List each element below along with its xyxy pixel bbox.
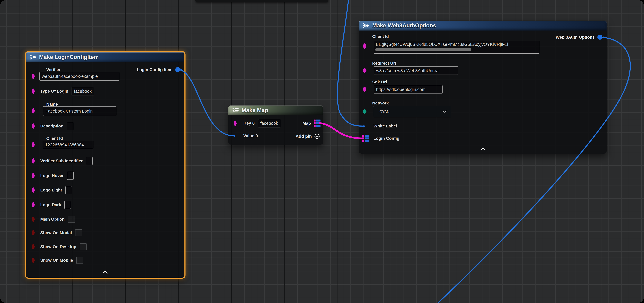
pin-label: Client Id xyxy=(372,34,389,39)
pin-label: Name xyxy=(46,102,58,107)
pin-row: Login Config xyxy=(374,136,400,141)
field-scrollbar[interactable] xyxy=(375,48,472,51)
pin-network[interactable] xyxy=(363,110,366,113)
pin-client-id[interactable] xyxy=(32,144,34,146)
pin-show-on-modal[interactable] xyxy=(32,232,34,234)
pin-row: Show On Desktop xyxy=(40,243,86,250)
pin-row: Description xyxy=(40,122,73,130)
make-struct-icon xyxy=(30,54,36,60)
client-id-field[interactable]: BEglQSgt4cUWcj6SKRdu5QkOXTsePmMcusG5EAoy… xyxy=(374,41,539,54)
pin-label: Redirect Url xyxy=(372,61,396,66)
pin-description[interactable] xyxy=(32,125,34,128)
make-map-icon xyxy=(232,108,239,113)
pin-label: Sdk Url xyxy=(372,80,387,84)
output-pin-row: Login Config Item xyxy=(137,67,180,72)
pin-main-option[interactable] xyxy=(32,218,34,221)
add-pin-button[interactable]: Add pin xyxy=(296,134,320,139)
pin-logo-dark[interactable] xyxy=(32,204,34,206)
pin-sdk-url[interactable] xyxy=(363,88,366,91)
show-on-modal-checkbox[interactable] xyxy=(75,229,82,236)
circle-plus-icon xyxy=(314,134,320,139)
pin-row: White Label xyxy=(374,124,397,128)
output-pin-label: Web 3Auth Options xyxy=(556,35,595,40)
main-option-checkbox[interactable] xyxy=(68,216,75,223)
output-pin-row: Map xyxy=(302,120,320,127)
add-pin-label: Add pin xyxy=(296,134,312,139)
node-title: Make Map xyxy=(242,107,268,114)
pin-row: Show On Modal xyxy=(40,229,82,236)
pin-redirect-url[interactable] xyxy=(363,69,366,72)
pin-label: Network xyxy=(372,101,389,106)
chevron-up-icon[interactable] xyxy=(102,271,108,274)
pin-row: Show On Mobile xyxy=(40,257,83,264)
pin-row: Main Option xyxy=(40,216,75,223)
network-dropdown[interactable]: CYAN xyxy=(373,106,451,118)
node-header[interactable]: Make Web3AuthOptions xyxy=(359,20,606,30)
client-id-field[interactable]: 1222658941886084 xyxy=(43,141,94,149)
node-title: Make LoginConfigItem xyxy=(39,54,99,60)
show-on-mobile-checkbox[interactable] xyxy=(76,257,83,264)
pin-client-id[interactable] xyxy=(363,45,366,48)
verifier-sub-identifier-field[interactable] xyxy=(86,157,92,165)
pin-logo-light[interactable] xyxy=(32,189,34,192)
pin-show-on-mobile[interactable] xyxy=(32,259,34,262)
name-field[interactable]: Facebook Custom Login xyxy=(43,106,116,116)
show-on-desktop-checkbox[interactable] xyxy=(80,243,86,250)
key-0-field[interactable]: facebook xyxy=(258,119,280,128)
logo-hover-field[interactable] xyxy=(67,172,74,180)
pin-row: Logo Dark xyxy=(40,201,71,209)
verifier-field[interactable]: web3auth-facebook-example xyxy=(40,72,119,81)
wire-loginconfigitem-to-value0[interactable] xyxy=(178,70,234,136)
sdk-url-field[interactable]: https://sdk.openlogin.com xyxy=(374,85,442,94)
pin-row: Type Of Login facebook xyxy=(40,87,94,96)
type-of-login-field[interactable]: facebook xyxy=(72,87,94,96)
logo-dark-field[interactable] xyxy=(64,201,71,209)
chevron-down-icon xyxy=(442,110,447,113)
make-struct-icon xyxy=(362,23,370,28)
pin-verifier[interactable] xyxy=(32,75,34,78)
node-title: Make Web3AuthOptions xyxy=(372,22,436,29)
node-make-map[interactable]: Make Map Key 0 facebook Map Value 0 Add … xyxy=(228,106,323,144)
pin-type-of-login[interactable] xyxy=(32,90,34,92)
pin-label: Verifier xyxy=(46,67,60,72)
node-make-web3authoptions[interactable]: Make Web3AuthOptions Web 3Auth Options C… xyxy=(359,20,606,154)
network-selected-value: CYAN xyxy=(380,110,390,114)
output-pin-label: Map xyxy=(302,121,311,126)
pin-row: Value 0 xyxy=(244,134,258,138)
pin-label: Client Id xyxy=(46,136,63,141)
output-pin-row: Web 3Auth Options xyxy=(556,35,602,40)
node-header[interactable]: Make Map xyxy=(228,106,323,115)
logo-light-field[interactable] xyxy=(66,186,72,194)
pin-row: Logo Light xyxy=(40,186,72,194)
blueprint-graph-canvas[interactable]: Make LoginConfigItem Login Config Item V… xyxy=(0,0,644,303)
description-field[interactable] xyxy=(67,122,73,130)
pin-row: Verifier Sub Identifier xyxy=(40,157,92,165)
chevron-up-icon[interactable] xyxy=(480,148,486,151)
pin-logo-hover[interactable] xyxy=(32,174,34,177)
pin-row: Logo Hover xyxy=(40,172,74,180)
pin-show-on-desktop[interactable] xyxy=(32,246,34,248)
pin-name[interactable] xyxy=(32,110,34,112)
pin-verifier-sub-identifier[interactable] xyxy=(32,160,34,162)
redirect-url-field[interactable]: w3a://com.w3a.Web3AuthUnreal xyxy=(374,66,458,75)
node-header[interactable]: Make LoginConfigItem xyxy=(26,52,184,62)
pin-key-0[interactable] xyxy=(234,122,236,124)
pin-row: Key 0 facebook xyxy=(244,119,280,128)
add-pin-row: Add pin xyxy=(296,134,320,139)
node-make-loginconfigitem[interactable]: Make LoginConfigItem Login Config Item V… xyxy=(26,52,184,278)
output-pin-label: Login Config Item xyxy=(137,67,172,72)
offscreen-node-edge[interactable] xyxy=(196,0,328,2)
